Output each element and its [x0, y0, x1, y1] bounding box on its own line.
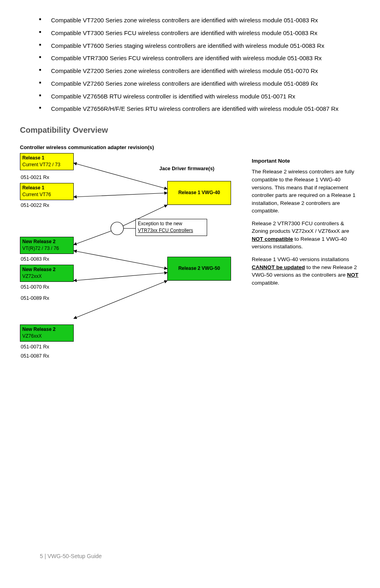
svg-line-2	[74, 231, 112, 245]
note-span: compatible.	[252, 280, 279, 286]
section-heading: Compatibility Overview	[20, 124, 360, 136]
box-sub: Current VT72 / 73	[22, 161, 71, 168]
note-span: Release 2 VTR7300 FCU controllers & Zoni…	[252, 220, 349, 234]
right-box-vwg50: Release 2 VWG-50	[167, 257, 231, 281]
exception-line2: VTR73xx FCU Controllers	[138, 227, 205, 234]
left-box-release2-vtr: New Release 2 VT(R)72 / 73 / 76	[20, 237, 74, 254]
exception-box: Exception to the new VTR73xx FCU Control…	[135, 219, 207, 236]
bullet-list: Compatible VT7200 Series zone wireless c…	[20, 16, 360, 113]
box-header: Release 1	[22, 185, 71, 191]
box-sub: Current VT76	[22, 191, 71, 198]
note-strong: NOT	[347, 272, 358, 278]
right-box-vwg40: Release 1 VWG-40	[167, 181, 231, 205]
bullet-item: Compatible VT7600 Series staging wireles…	[39, 41, 360, 50]
note-p1: The Release 2 wireless controllers are f…	[252, 168, 360, 214]
box-sub: VZ76xxX	[22, 333, 71, 340]
bullet-item: Compatible VT7300 Series FCU wireless co…	[39, 29, 360, 37]
bullet-item: Compatible VT7200 Series zone wireless c…	[39, 16, 360, 25]
rev-label: 051-0089 Rx	[21, 295, 49, 302]
rev-label: 051-0083 Rx	[21, 256, 49, 263]
rev-label: 051-0087 Rx	[21, 352, 49, 360]
bullet-item: Compatible VZ7200 Series zone wireless c…	[39, 67, 360, 75]
note-strong: CANNOT be updated	[252, 264, 305, 270]
exception-line1: Exception to the new	[138, 220, 205, 227]
note-span: Release 1 VWG-40 versions installations	[252, 256, 349, 262]
note-p2: Release 2 VTR7300 FCU controllers & Zoni…	[252, 220, 360, 251]
svg-line-0	[74, 163, 167, 189]
rev-label: 051-0022 Rx	[21, 202, 49, 209]
left-box-release1-vt7273: Release 1 Current VT72 / 73	[20, 153, 74, 170]
box-header: Release 1	[22, 155, 71, 161]
important-note: Important Note The Release 2 wireless co…	[252, 153, 360, 291]
svg-line-6	[74, 251, 167, 269]
box-sub: VT(R)72 / 73 / 76	[22, 245, 71, 252]
box-text: Release 2 VWG-50	[178, 265, 220, 272]
svg-line-8	[74, 281, 167, 319]
box-sub: VZ72xxX	[22, 273, 71, 280]
note-strong: NOT compatible	[252, 236, 293, 242]
box-header: New Release 2	[22, 238, 71, 245]
diagram-title: Controller wireless communication adapte…	[20, 144, 360, 151]
page-footer: 5 | VWG-50-Setup Guide	[40, 552, 102, 560]
left-box-release2-vz76: New Release 2 VZ76xxX	[20, 324, 74, 342]
left-box-release1-vt76: Release 1 Current VT76	[20, 183, 74, 200]
note-p3: Release 1 VWG-40 versions installations …	[252, 256, 360, 287]
rev-label: 051-0021 Rx	[21, 174, 49, 181]
svg-line-7	[74, 273, 167, 281]
bullet-item: Compatible VZ7656B RTU wireless controll…	[39, 92, 360, 101]
rev-label: 051-0071 Rx	[21, 343, 49, 350]
rev-label: 051-0070 Rx	[21, 283, 49, 291]
svg-point-4	[111, 222, 123, 235]
bullet-item: Compatible VZ7260 Series zone wireless c…	[39, 79, 360, 88]
box-text: Release 1 VWG-40	[178, 189, 220, 196]
bullet-item: Compatible VTR7300 Series FCU wireless c…	[39, 54, 360, 63]
bullet-item: Compatible VZ7656R/H/F/E Series RTU wire…	[39, 104, 360, 113]
note-title: Important Note	[252, 157, 360, 165]
left-box-release2-vz72: New Release 2 VZ72xxX	[20, 265, 74, 282]
svg-line-1	[74, 193, 167, 197]
box-header: New Release 2	[22, 266, 71, 273]
compatibility-diagram: Release 1 Current VT72 / 73 051-0021 Rx …	[20, 153, 243, 416]
box-header: New Release 2	[22, 326, 71, 333]
jace-label: Jace Driver firmware(s)	[159, 165, 214, 172]
